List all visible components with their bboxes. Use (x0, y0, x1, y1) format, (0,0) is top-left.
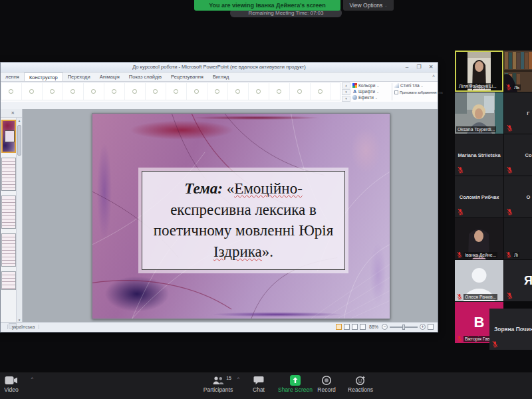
theme-thumbnail[interactable] (207, 83, 228, 100)
theme-fonts-button[interactable]: A Шрифти ⌄ (352, 88, 390, 94)
theme-colors-button[interactable]: Кольори ⌄ (352, 82, 390, 88)
gallery-scroll: ▴ ▾ ▾ (342, 82, 350, 100)
share-screen-button[interactable]: Share Screen (275, 374, 316, 397)
zoom-in-icon[interactable]: + (420, 324, 426, 330)
close-button[interactable]: ✕ (426, 63, 436, 71)
mic-muted-icon (456, 251, 463, 258)
scrollbar-thumb[interactable] (17, 125, 21, 156)
theme-thumbnail[interactable] (1, 83, 22, 100)
ribbon-collapse-icon[interactable]: ˄ (432, 74, 435, 78)
close-icon[interactable]: ✕ (11, 110, 15, 116)
tab-vyhlyad[interactable]: Вигляд (208, 72, 234, 81)
theme-thumbnail[interactable] (166, 83, 187, 100)
editor-area: ✕ ▴ ▾ (1, 109, 438, 323)
participant-tile[interactable]: О (504, 176, 532, 217)
record-button[interactable]: Record (311, 374, 342, 397)
slideshow-view-icon[interactable] (360, 324, 366, 330)
mic-muted-icon (456, 335, 463, 342)
theme-thumbnail[interactable] (249, 83, 269, 100)
theme-thumbnail[interactable] (104, 83, 125, 100)
reading-view-icon[interactable] (352, 324, 358, 330)
theme-thumbnail[interactable] (43, 83, 63, 100)
participant-name: Соломія Рибчак (460, 194, 499, 200)
slide-thumbnail-4[interactable] (1, 233, 16, 267)
thumb-textbox (5, 130, 15, 142)
screen-share-banner: You are viewing Іванка Дейнега's screen (194, 0, 340, 11)
theme-thumbnail[interactable] (228, 83, 249, 100)
slide-thumbnail-3[interactable] (1, 196, 16, 229)
participant-tile[interactable]: Ль (504, 51, 532, 92)
participant-tile[interactable]: Зоряна Почин (489, 309, 532, 350)
scroll-up-icon[interactable]: ▴ (17, 118, 22, 124)
gallery-scroll-down-icon[interactable]: ▾ (342, 89, 350, 95)
tab-vstavlennya-partial[interactable]: лення (1, 72, 24, 81)
zoom-slider[interactable] (390, 327, 418, 328)
gallery-more-icon[interactable]: ▾ (342, 96, 350, 102)
restore-button[interactable]: ❐ (414, 63, 424, 71)
tab-animatsiya[interactable]: Анімація (95, 72, 124, 81)
zoom-out-icon[interactable]: − (382, 324, 388, 330)
title-bar[interactable]: До курсової роботи - Microsoft PowerPoin… (1, 63, 438, 72)
participant-tile[interactable]: Я (504, 260, 532, 301)
participant-tile[interactable]: Олеся Рачків... (455, 260, 503, 301)
meeting-toolbar: ^ Video 15 ^ Participants Cha (0, 372, 532, 399)
participant-tile[interactable]: Oksana Tsyperdi... (455, 92, 503, 134)
tab-pokaz-slaidiv[interactable]: Показ слайдів (124, 72, 166, 81)
participant-name: Oksana Tsyperdi... (456, 126, 496, 132)
theme-thumbnail[interactable] (290, 83, 311, 100)
normal-view-icon[interactable] (336, 324, 342, 330)
video-button[interactable]: ^ Video (0, 374, 32, 397)
minimize-button[interactable]: – (402, 63, 412, 71)
participant-name: Ль (513, 84, 521, 90)
chat-button[interactable]: Chat (244, 374, 273, 397)
participant-tile[interactable]: Іванка Дейне... (455, 218, 503, 259)
theme-thumbnail[interactable] (125, 83, 146, 100)
background-styles-button[interactable]: Стилі тла ⌄ (394, 83, 438, 88)
slide-title-textbox[interactable]: Тема: «Емоційно-експресивна лексика в по… (142, 171, 345, 270)
slide-thumbnail-2[interactable] (1, 158, 16, 191)
theme-thumbnail[interactable] (269, 83, 290, 100)
reactions-button[interactable]: Reactions (342, 374, 379, 397)
slide-thumbnail-1[interactable] (1, 120, 16, 153)
theme-effects-button[interactable]: Ефекти ⌄ (352, 94, 390, 100)
participant-tile[interactable]: Ліля Файфрук Li... (455, 51, 503, 92)
theme-thumbnail[interactable] (311, 83, 331, 100)
participant-tile[interactable]: Г (504, 92, 532, 134)
record-icon (321, 375, 332, 386)
theme-thumbnail[interactable] (84, 83, 104, 100)
chat-label: Chat (253, 386, 265, 393)
fit-to-window-icon[interactable] (428, 324, 434, 330)
zoom-slider-thumb[interactable] (402, 325, 405, 330)
participant-name: Со (525, 152, 532, 158)
language-indicator[interactable]: українська (7, 325, 39, 329)
theme-thumbnail[interactable] (187, 83, 207, 100)
checkbox-icon[interactable] (394, 90, 398, 94)
chevron-up-icon[interactable]: ^ (31, 376, 33, 381)
participants-button[interactable]: 15 ^ Participants (197, 374, 239, 397)
participant-tile[interactable]: Mariana Striletska (455, 134, 503, 176)
mic-muted-icon (506, 292, 513, 299)
ribbon-tabs: лення Конструктор Переходи Анімація Пока… (1, 72, 438, 82)
zoom-level[interactable]: 88% (369, 325, 378, 329)
slide-canvas[interactable]: Тема: «Емоційно-експресивна лексика в по… (92, 113, 390, 319)
participant-tile[interactable]: Со (504, 134, 532, 176)
slide-thumbnail-5[interactable] (1, 271, 16, 290)
view-options-button[interactable]: View Options ⌄ (343, 0, 394, 11)
participant-tile[interactable]: Лі (504, 218, 532, 259)
mic-muted-icon (456, 293, 463, 300)
slide-sorter-view-icon[interactable] (344, 324, 350, 330)
tab-perekhody[interactable]: Переходи (63, 72, 95, 81)
theme-thumbnail[interactable] (146, 83, 166, 100)
theme-thumbnail[interactable] (22, 83, 43, 100)
thumbnail-scrollbar[interactable]: ▴ ▾ (16, 118, 22, 323)
participant-tile[interactable]: Соломія Рибчак (455, 176, 503, 217)
gallery-scroll-up-icon[interactable]: ▴ (342, 82, 350, 88)
tab-konstruktor[interactable]: Конструктор (24, 72, 63, 81)
theme-thumbnail[interactable] (63, 83, 84, 100)
chevron-up-icon[interactable]: ^ (237, 376, 239, 381)
tab-retsenzuvannya[interactable]: Рецензування (166, 72, 208, 81)
record-label: Record (317, 386, 335, 393)
hide-background-checkbox[interactable]: Приховати зображення тла (394, 90, 438, 94)
ribbon-separator (392, 83, 392, 100)
colors-label: Кольори (358, 83, 375, 88)
